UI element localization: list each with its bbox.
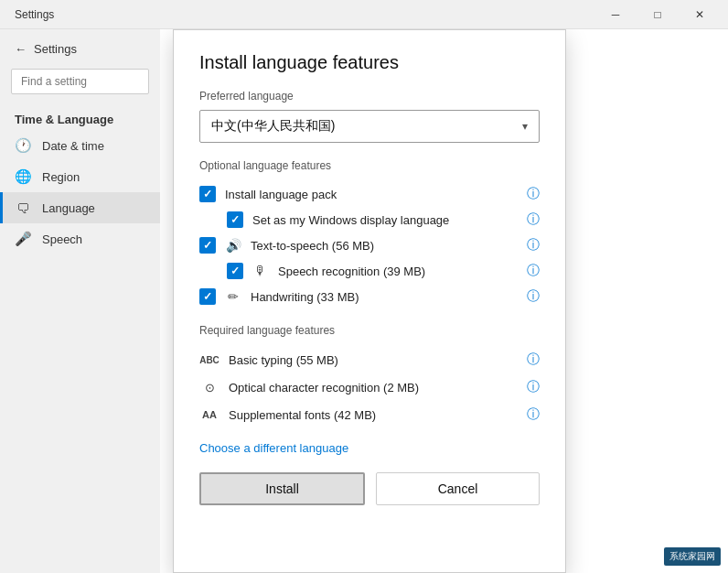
sidebar-section-header: Time & Language — [0, 102, 160, 130]
info-icon-fonts[interactable]: ⓘ — [527, 406, 540, 423]
sidebar-item-language[interactable]: 🗨 Language — [0, 192, 160, 223]
cancel-button[interactable]: Cancel — [376, 472, 540, 505]
feature-label-display-lang: Set as my Windows display language — [252, 213, 518, 227]
sidebar-label-language: Language — [42, 201, 95, 215]
app-body: ← Settings Time & Language 🕐 Date & time… — [0, 29, 728, 573]
choose-language-link[interactable]: Choose a different language — [199, 441, 348, 455]
language-icon: 🗨 — [15, 200, 31, 216]
info-icon-lang-pack[interactable]: ⓘ — [527, 186, 540, 202]
info-icon-handwriting[interactable]: ⓘ — [527, 288, 540, 305]
checkbox-tts[interactable]: ✓ — [199, 237, 216, 254]
required-item-ocr: ⊙ Optical character recognition (2 MB) ⓘ — [199, 373, 540, 401]
titlebar-title: Settings — [7, 8, 594, 21]
info-icon-display-lang[interactable]: ⓘ — [527, 211, 540, 228]
tts-icon: 🔊 — [225, 238, 241, 253]
watermark: 系统家园网 — [664, 547, 721, 566]
feature-item-speech-rec: ✓ 🎙 Speech recognition (39 MB) ⓘ — [199, 258, 540, 284]
required-section-title: Required language features — [199, 324, 540, 337]
checkbox-handwriting[interactable]: ✓ — [199, 288, 216, 305]
feature-label-tts: Text-to-speech (56 MB) — [251, 239, 518, 253]
fonts-icon: AA — [199, 409, 219, 420]
modal-footer: Install Cancel — [199, 472, 540, 505]
feature-label-lang-pack: Install language pack — [225, 188, 518, 201]
typing-icon: ABC — [199, 355, 219, 365]
check-icon: ✓ — [203, 188, 212, 200]
feature-label-handwriting: Handwriting (33 MB) — [251, 290, 518, 304]
watermark-text: 系统家园网 — [669, 551, 715, 561]
maximize-button[interactable]: □ — [637, 0, 679, 29]
optional-features-list: ✓ Install language pack ⓘ ✓ Set as my Wi… — [199, 181, 540, 309]
sidebar-label-date-time: Date & time — [42, 139, 104, 153]
sidebar: ← Settings Time & Language 🕐 Date & time… — [0, 29, 160, 573]
req-label-fonts: Supplemental fonts (42 MB) — [229, 408, 518, 422]
checkbox-display-lang[interactable]: ✓ — [227, 211, 243, 228]
sidebar-label-speech: Speech — [42, 232, 82, 246]
info-icon-tts[interactable]: ⓘ — [527, 237, 540, 254]
minimize-button[interactable]: ─ — [594, 0, 637, 29]
back-label: Settings — [34, 42, 77, 56]
back-icon: ← — [15, 42, 27, 56]
main-content: Install language features Preferred lang… — [160, 29, 728, 573]
feature-item-lang-pack: ✓ Install language pack ⓘ — [199, 181, 540, 207]
checkbox-lang-pack[interactable]: ✓ — [199, 186, 216, 202]
close-button[interactable]: ✕ — [679, 0, 721, 29]
required-section: Required language features ABC Basic typ… — [199, 324, 540, 428]
sidebar-item-speech[interactable]: 🎤 Speech — [0, 223, 160, 254]
titlebar-controls: ─ □ ✕ — [594, 0, 721, 29]
back-button[interactable]: ← Settings — [0, 37, 160, 61]
modal-dialog: Install language features Preferred lang… — [173, 29, 566, 573]
titlebar: Settings ─ □ ✕ — [0, 0, 728, 29]
speech-icon: 🎤 — [15, 231, 31, 247]
install-button[interactable]: Install — [199, 472, 365, 505]
sidebar-label-region: Region — [42, 170, 80, 184]
feature-item-handwriting: ✓ ✏ Handwriting (33 MB) ⓘ — [199, 284, 540, 309]
date-time-icon: 🕐 — [15, 137, 31, 154]
info-icon-typing[interactable]: ⓘ — [527, 351, 540, 368]
handwriting-icon: ✏ — [225, 289, 241, 304]
feature-item-tts: ✓ 🔊 Text-to-speech (56 MB) ⓘ — [199, 232, 540, 258]
req-label-typing: Basic typing (55 MB) — [229, 353, 518, 367]
required-item-fonts: AA Supplemental fonts (42 MB) ⓘ — [199, 401, 540, 428]
speech-rec-icon: 🎙 — [252, 264, 269, 278]
ocr-icon: ⊙ — [199, 381, 219, 395]
optional-section-title: Optional language features — [199, 159, 540, 172]
feature-item-display-lang: ✓ Set as my Windows display language ⓘ — [199, 207, 540, 232]
preferred-language-label: Preferred language — [199, 90, 540, 103]
checkbox-speech-rec[interactable]: ✓ — [227, 263, 243, 279]
search-input[interactable] — [11, 69, 149, 94]
info-icon-ocr[interactable]: ⓘ — [527, 379, 540, 395]
required-features-list: ABC Basic typing (55 MB) ⓘ ⊙ Optical cha… — [199, 346, 540, 428]
info-icon-speech-rec[interactable]: ⓘ — [527, 263, 540, 279]
feature-label-speech-rec: Speech recognition (39 MB) — [278, 265, 518, 278]
dropdown-value: 中文(中华人民共和国) — [211, 118, 335, 135]
modal-title: Install language features — [199, 52, 540, 73]
check-icon: ✓ — [203, 290, 212, 303]
required-item-typing: ABC Basic typing (55 MB) ⓘ — [199, 346, 540, 373]
req-label-ocr: Optical character recognition (2 MB) — [229, 381, 518, 395]
check-icon: ✓ — [203, 239, 212, 252]
sidebar-item-date-time[interactable]: 🕐 Date & time — [0, 130, 160, 161]
sidebar-item-region[interactable]: 🌐 Region — [0, 161, 160, 192]
check-icon: ✓ — [230, 265, 240, 277]
language-dropdown[interactable]: 中文(中华人民共和国) ▾ — [199, 110, 540, 143]
region-icon: 🌐 — [15, 168, 31, 185]
check-icon: ✓ — [230, 213, 240, 226]
chevron-down-icon: ▾ — [522, 120, 528, 133]
